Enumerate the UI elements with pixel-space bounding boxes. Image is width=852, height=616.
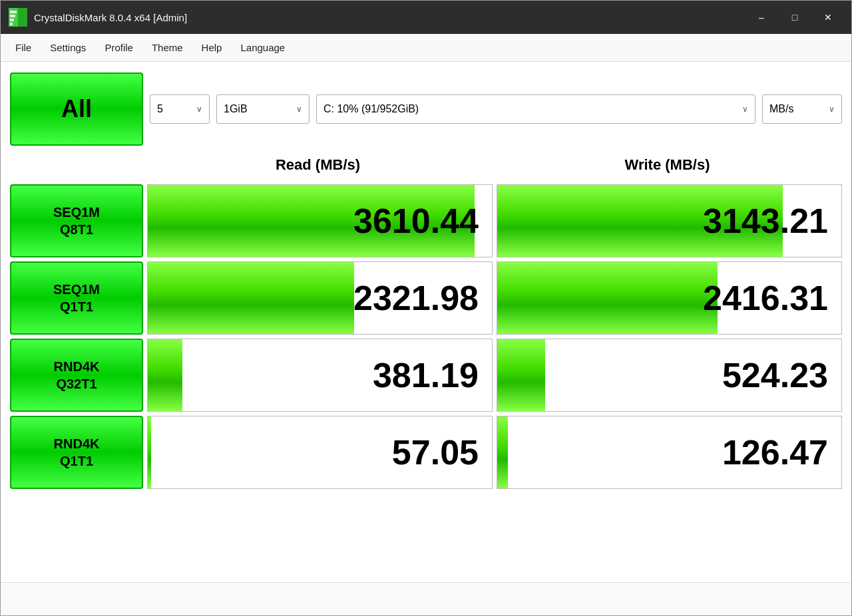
write-cell-3: 126.47 <box>497 416 842 489</box>
column-headers: Read (MB/s) Write (MB/s) <box>143 152 842 178</box>
write-cell-1: 2416.31 <box>497 261 842 335</box>
menu-file[interactable]: File <box>6 38 41 57</box>
menu-language[interactable]: Language <box>231 38 294 57</box>
svg-rect-4 <box>10 19 14 21</box>
minimize-button[interactable]: – <box>746 7 777 28</box>
count-dropdown[interactable]: 5 ∨ <box>150 94 210 124</box>
table-row: SEQ1M Q1T1 2321.98 2416.31 <box>10 261 842 335</box>
svg-rect-2 <box>10 11 17 13</box>
window-title: CrystalDiskMark 8.0.4 x64 [Admin] <box>34 12 746 23</box>
all-button[interactable]: All <box>10 73 143 146</box>
write-cell-2: 524.23 <box>497 339 842 412</box>
table-row: SEQ1M Q8T1 3610.44 3143.21 <box>10 184 842 257</box>
menu-theme[interactable]: Theme <box>142 38 192 57</box>
menu-help[interactable]: Help <box>192 38 232 57</box>
app-window: CrystalDiskMark 8.0.4 x64 [Admin] – □ ✕ … <box>0 0 852 616</box>
close-button[interactable]: ✕ <box>813 7 843 28</box>
read-cell-3: 57.05 <box>147 416 493 489</box>
app-icon <box>9 8 27 27</box>
unit-dropdown[interactable]: MB/s ∨ <box>762 94 842 124</box>
svg-rect-1 <box>18 8 27 27</box>
bottom-bar <box>1 582 851 615</box>
write-cell-0: 3143.21 <box>497 184 842 257</box>
write-header: Write (MB/s) <box>493 152 842 178</box>
main-content: All 5 ∨ 1GiB ∨ C: 10% (91/952GiB) ∨ MB/s… <box>1 62 851 582</box>
write-value-3: 126.47 <box>722 432 828 472</box>
read-cell-2: 381.19 <box>147 339 493 412</box>
drive-dropdown[interactable]: C: 10% (91/952GiB) ∨ <box>316 94 755 124</box>
read-value-1: 2321.98 <box>353 278 479 318</box>
maximize-button[interactable]: □ <box>779 7 810 28</box>
write-bar-3 <box>497 416 508 488</box>
read-value-2: 381.19 <box>373 355 479 395</box>
write-value-0: 3143.21 <box>703 201 828 241</box>
read-cell-0: 3610.44 <box>147 184 493 257</box>
read-bar-2 <box>148 339 182 411</box>
count-arrow: ∨ <box>196 104 202 114</box>
unit-arrow: ∨ <box>829 104 835 114</box>
row-label-0: SEQ1M Q8T1 <box>10 184 143 257</box>
svg-rect-3 <box>10 15 15 17</box>
controls-row: All 5 ∨ 1GiB ∨ C: 10% (91/952GiB) ∨ MB/s… <box>10 73 842 146</box>
size-dropdown[interactable]: 1GiB ∨ <box>216 94 310 124</box>
size-arrow: ∨ <box>296 104 302 114</box>
row-label-2: RND4K Q32T1 <box>10 339 143 412</box>
row-label-3: RND4K Q1T1 <box>10 416 143 489</box>
table-row: RND4K Q1T1 57.05 126.47 <box>10 416 842 489</box>
write-bar-2 <box>497 339 545 411</box>
read-value-0: 3610.44 <box>353 201 479 241</box>
read-bar-3 <box>148 416 151 488</box>
drive-arrow: ∨ <box>742 104 748 114</box>
row-label-1: SEQ1M Q1T1 <box>10 261 143 335</box>
read-bar-1 <box>148 262 354 334</box>
title-bar: CrystalDiskMark 8.0.4 x64 [Admin] – □ ✕ <box>1 1 851 34</box>
table-row: RND4K Q32T1 381.19 524.23 <box>10 339 842 412</box>
menu-profile[interactable]: Profile <box>95 38 142 57</box>
read-header: Read (MB/s) <box>143 152 493 178</box>
menu-settings[interactable]: Settings <box>41 38 95 57</box>
write-value-2: 524.23 <box>722 355 828 395</box>
data-rows: SEQ1M Q8T1 3610.44 3143.21 SEQ1M Q1T1 23… <box>10 184 842 573</box>
menu-bar: File Settings Profile Theme Help Languag… <box>1 34 851 62</box>
write-value-1: 2416.31 <box>703 278 828 318</box>
read-cell-1: 2321.98 <box>147 261 493 335</box>
read-value-3: 57.05 <box>392 432 479 472</box>
svg-rect-5 <box>10 23 13 25</box>
window-controls: – □ ✕ <box>746 7 843 28</box>
write-bar-1 <box>497 262 718 334</box>
